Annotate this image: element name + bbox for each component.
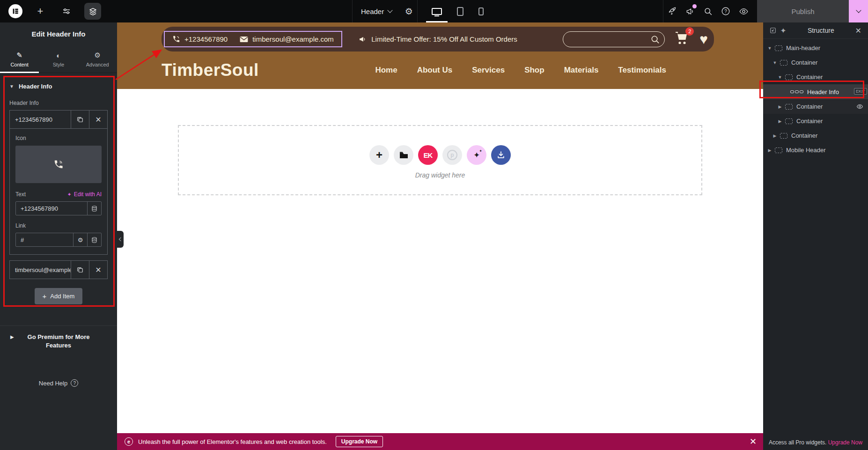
caret-right-icon[interactable]: ▶ [10,334,14,339]
document-switcher[interactable]: Header [353,0,400,22]
repeater-item-2-title[interactable]: timbersoul@example.com [10,261,71,279]
tree-item-container[interactable]: ▶ Container [763,128,868,143]
copy-icon [77,116,83,123]
dynamic-tags-button[interactable] [87,202,101,215]
whats-new-button[interactable] [681,0,699,22]
plugin-p-button[interactable]: p [442,145,462,165]
section-header-info[interactable]: ▼ Header Info [0,73,117,92]
nav-item-about[interactable]: About Us [417,66,453,75]
phone-link[interactable]: +1234567890 [172,35,228,43]
caret-down-icon[interactable]: ▼ [767,46,772,51]
offer-bar: Limited-Time Offer: 15% Off All Custom O… [358,35,517,43]
remove-item-button[interactable]: ✕ [89,261,107,279]
nav-item-testimonials[interactable]: Testimonials [618,66,666,75]
wishlist-heart-icon[interactable]: ♥ [699,32,708,46]
add-item-button[interactable]: Add Item [35,288,83,304]
ai-builder-button[interactable]: ✦✦ [467,145,486,165]
dynamic-tags-button[interactable] [87,233,101,246]
site-settings-button[interactable] [58,3,75,20]
panel-collapse-handle[interactable] [117,231,124,248]
caret-down-icon[interactable]: ▼ [777,75,783,80]
repeater-item-1-title[interactable]: +1234567890 [10,111,71,128]
panel-tabs: ✎ Content ◐ Style ⚙ Advanced [0,46,117,73]
help-button[interactable]: ? [717,0,735,22]
text-input[interactable]: +1234567890 [16,202,87,215]
eye-icon [739,7,749,16]
link-input[interactable]: # [16,233,73,246]
device-mobile-button[interactable] [478,0,484,22]
caret-down-icon[interactable]: ▼ [772,60,778,65]
link-options-button[interactable]: ⚙ [73,233,87,246]
tab-content[interactable]: ✎ Content [0,46,39,73]
collapse-all-icon[interactable] [768,27,778,34]
tab-advanced[interactable]: ⚙ Advanced [78,46,117,73]
tree-item-container[interactable]: ▶ Container [763,114,868,128]
finder-search-button[interactable] [699,0,717,22]
text-control-label: Text [15,191,26,198]
caret-right-icon[interactable]: ▶ [777,119,783,124]
icon-picker[interactable] [15,146,102,183]
document-settings-button[interactable]: ⚙ [400,3,417,20]
container-icon [785,74,793,80]
structure-toggle-button[interactable] [84,3,101,20]
email-link[interactable]: timbersoul@example.com [240,35,334,43]
remove-item-button[interactable]: ✕ [89,111,107,128]
database-icon [91,237,97,243]
phone-icon [172,35,180,43]
tree-item-mobile-header[interactable]: ▶ Mobile Header [763,143,868,157]
nav-item-shop[interactable]: Shop [524,66,544,75]
mobile-icon [478,7,484,15]
template-library-button[interactable] [394,145,413,165]
caret-right-icon[interactable]: ▶ [772,133,778,138]
structure-tree: ▼ Main-header ▼ Container ▼ Container He… [763,39,868,157]
add-widget-button[interactable]: + [369,145,389,165]
search-icon [704,7,713,16]
import-template-button[interactable] [491,145,511,165]
device-tablet-button[interactable] [457,0,463,22]
preview-button[interactable] [735,0,752,22]
ai-sparkle-icon[interactable]: ✦ [778,26,788,35]
style-icon: ◐ [56,52,60,59]
need-help-link[interactable]: Need Help ? [0,379,117,387]
panel-title: Edit Header Info [0,22,117,46]
device-desktop-button[interactable] [432,0,442,22]
edit-with-ai-button[interactable]: ✦ Edit with AI [67,191,102,198]
nav-item-home[interactable]: Home [375,66,397,75]
tab-style[interactable]: ◐ Style [39,46,78,73]
site-logo[interactable]: TimberSoul [162,60,259,80]
tree-item-container[interactable]: ▶ Container [763,99,868,114]
checklist-button[interactable] [663,0,681,22]
caret-right-icon[interactable]: ▶ [767,148,772,153]
search-input[interactable] [563,31,665,47]
add-element-button[interactable]: + [32,3,49,20]
tree-item-header-info[interactable]: Header Info EKIT [763,84,868,99]
tree-item-main-header[interactable]: ▼ Main-header [763,41,868,55]
header-info-widget-selected[interactable]: +1234567890 timbersoul@example.com [164,31,342,47]
elementor-logo[interactable] [8,4,22,18]
tree-item-container[interactable]: ▼ Container [763,55,868,70]
cart-button[interactable]: 2 [675,31,690,47]
duplicate-item-button[interactable] [71,261,89,279]
download-icon [497,151,505,159]
elementskit-button[interactable]: EK [418,145,438,165]
upgrade-now-link[interactable]: Upgrade Now [828,439,862,446]
go-premium-link[interactable]: Go Premium for More Features [22,333,95,349]
sliders-icon [62,7,71,15]
publish-label: Publish [791,7,814,15]
visibility-eye-icon[interactable] [856,103,863,110]
upgrade-now-button[interactable]: Upgrade Now [336,436,383,447]
drop-hint-text: Drag widget here [415,171,465,179]
close-icon[interactable]: ✕ [853,26,863,35]
tree-item-container[interactable]: ▼ Container [763,70,868,84]
widget-drop-zone[interactable]: + EK p ✦✦ Drag widget here [178,125,702,195]
publish-options-button[interactable] [849,0,868,22]
caret-right-icon[interactable]: ▶ [777,104,783,109]
publish-button[interactable]: Publish [757,0,849,22]
close-icon[interactable]: ✕ [750,436,757,447]
nav-item-materials[interactable]: Materials [564,66,599,75]
nav-item-services[interactable]: Services [472,66,505,75]
document-name: Header [361,7,384,15]
duplicate-item-button[interactable] [71,111,89,128]
database-icon [91,206,97,212]
elementor-editor: + Header ⚙ [0,0,868,450]
